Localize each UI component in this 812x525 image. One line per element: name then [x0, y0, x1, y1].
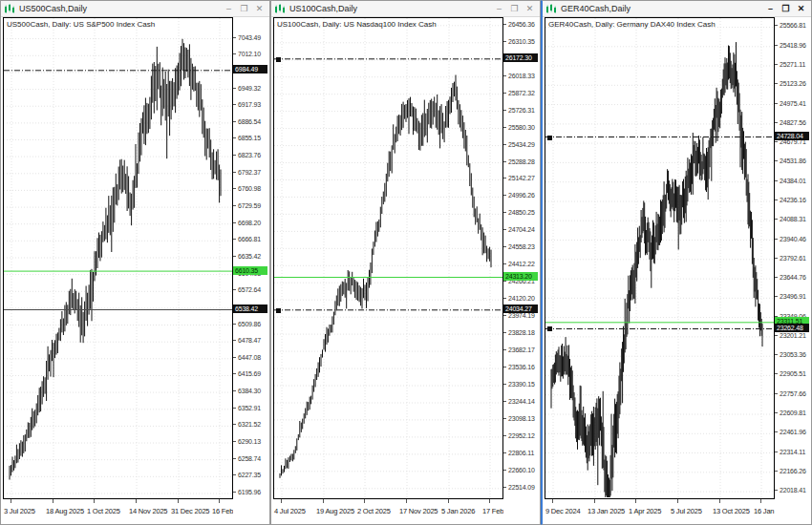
price-tick: 24996.26	[503, 192, 540, 200]
price-tick-label: 24827.56	[780, 119, 806, 126]
maximize-button[interactable]: ❐	[507, 3, 522, 15]
price-tick: 25142.27	[503, 175, 540, 182]
chart-plot-area[interactable]: GER40Cash, Daily: Germany DAX40 Index Ca…	[545, 17, 775, 499]
price-tick: 25726.31	[503, 107, 540, 115]
date-tick-mark	[281, 499, 282, 503]
price-tick-label: 22952.12	[508, 432, 535, 439]
window-controls: – ❐ ✕	[763, 3, 808, 15]
price-tick: 7012.10	[233, 51, 269, 58]
price-tick: 23974.19	[503, 312, 540, 320]
date-tick-label: 13 Oct 2025	[713, 507, 750, 515]
price-tick-label: 24120.20	[508, 295, 535, 302]
close-button[interactable]: ✕	[794, 3, 808, 15]
price-tick: 22757.66	[775, 390, 811, 398]
close-button[interactable]: ✕	[252, 3, 267, 15]
price-tick-label: 6855.15	[238, 135, 261, 141]
chart-description-label: US500Cash, Daily: US S&P500 Index Cash	[7, 20, 155, 29]
price-tick: 6384.30	[233, 388, 269, 395]
price-tick-mark	[775, 471, 778, 472]
maximize-button[interactable]: ❐	[237, 3, 251, 15]
price-tick-mark	[503, 332, 506, 333]
price-tick-label: 23098.13	[508, 415, 535, 422]
price-tick-label: 6886.54	[238, 118, 261, 125]
price-chart-svg	[545, 18, 774, 498]
price-tick-mark	[503, 161, 506, 162]
price-tick-mark	[775, 258, 778, 259]
level-line-anchor[interactable]	[547, 326, 552, 331]
price-tick-mark	[233, 492, 236, 493]
date-tick-mark	[364, 499, 365, 503]
window-titlebar[interactable]: US100Cash,Daily – ❐ ✕	[271, 1, 540, 17]
price-tick-label: 25434.29	[508, 141, 535, 148]
price-tick: 23682.17	[503, 346, 540, 354]
level-line-anchor[interactable]	[276, 308, 281, 313]
price-tick-mark	[233, 340, 236, 341]
maximize-button[interactable]: ❐	[779, 3, 793, 15]
level-line-anchor[interactable]	[276, 57, 281, 62]
price-tick-mark	[233, 205, 236, 206]
price-tick-mark	[233, 37, 236, 38]
price-tick-label: 6290.13	[238, 438, 261, 445]
level-line-anchor[interactable]	[547, 136, 552, 140]
date-tick-label: 14 Nov 2025	[129, 507, 167, 515]
minimize-button[interactable]: –	[763, 3, 778, 15]
price-axis[interactable]: 26456.3626310.3526164.3426018.3325872.32…	[503, 17, 540, 499]
close-button[interactable]: ✕	[523, 3, 537, 15]
price-tick: 22461.96	[775, 429, 811, 436]
price-tick: 6227.35	[233, 472, 269, 479]
price-tick-label: 25123.26	[780, 80, 806, 87]
minimize-button[interactable]: –	[492, 3, 506, 15]
date-axis[interactable]: 9 Dec 202413 Jan 20251 Apr 20255 Jul 202…	[545, 499, 775, 524]
price-tick: 25566.81	[775, 22, 811, 30]
date-tick-mark	[552, 499, 553, 503]
price-tick-mark	[503, 127, 506, 128]
window-titlebar[interactable]: GER40Cash,Daily – ❐ ✕	[543, 1, 811, 17]
price-axis[interactable]: 7043.497012.106980.716949.326917.936886.…	[233, 17, 269, 499]
price-tick-label: 24850.25	[508, 209, 535, 216]
price-tick: 6729.59	[233, 202, 269, 210]
window-title: US100Cash,Daily	[289, 4, 492, 13]
price-tick: 24088.31	[775, 216, 811, 223]
price-tick: 6855.15	[233, 135, 269, 142]
price-tick-label: 6509.86	[238, 321, 261, 327]
price-tick: 6290.13	[233, 438, 269, 446]
price-tick-mark	[775, 83, 778, 84]
price-tick: 6195.96	[233, 489, 269, 496]
price-tick: 25418.96	[775, 42, 811, 50]
price-tick-mark	[503, 315, 506, 316]
price-tick-label: 22757.66	[780, 390, 806, 397]
window-titlebar[interactable]: US500Cash,Daily – ❐ ✕	[1, 1, 269, 17]
window-title: GER40Cash,Daily	[561, 4, 763, 13]
price-tick-mark	[775, 296, 778, 297]
price-tick-label: 25142.27	[508, 175, 535, 181]
minimize-button[interactable]: –	[222, 3, 236, 15]
date-axis[interactable]: 4 Jul 202519 Aug 20252 Oct 202517 Nov 20…	[273, 499, 503, 524]
chart-plot-area[interactable]: US500Cash, Daily: US S&P500 Index Cash	[3, 17, 233, 499]
price-tick-label: 6666.81	[238, 236, 261, 242]
price-tick: 22806.11	[503, 450, 540, 457]
price-tick: 23792.61	[775, 255, 811, 262]
price-tick-mark	[775, 180, 778, 181]
price-tick-mark	[233, 390, 236, 391]
price-tick-label: 23940.46	[780, 236, 806, 242]
chart-icon	[545, 4, 557, 13]
date-tick-mark	[136, 499, 137, 503]
price-tick-mark	[775, 122, 778, 123]
date-tick-label: 1 Apr 2025	[629, 507, 661, 515]
price-tick-mark	[503, 41, 506, 42]
price-tick-label: 22660.10	[508, 467, 535, 473]
price-tick: 23940.46	[775, 236, 811, 243]
date-tick-label: 13 Jan 2025	[588, 507, 625, 515]
date-tick-mark	[94, 499, 95, 503]
price-tick: 25271.11	[775, 61, 811, 69]
price-tick: 23244.14	[503, 398, 540, 406]
chart-description-label: GER40Cash, Daily: Germany DAX40 Index Ca…	[548, 20, 716, 29]
window-controls: – ❐ ✕	[222, 3, 267, 15]
price-axis[interactable]: 25566.8125418.9625271.1125123.2624975.41…	[775, 17, 811, 499]
price-tick-label: 23053.36	[780, 351, 806, 358]
date-axis[interactable]: 3 Jul 202518 Aug 20251 Oct 202514 Nov 20…	[3, 499, 233, 524]
price-tick-mark	[233, 172, 236, 173]
price-tick: 22514.09	[503, 484, 540, 492]
price-tick-mark	[233, 256, 236, 257]
chart-plot-area[interactable]: US100Cash, Daily: US Nasdaq100 Index Cas…	[273, 17, 503, 499]
